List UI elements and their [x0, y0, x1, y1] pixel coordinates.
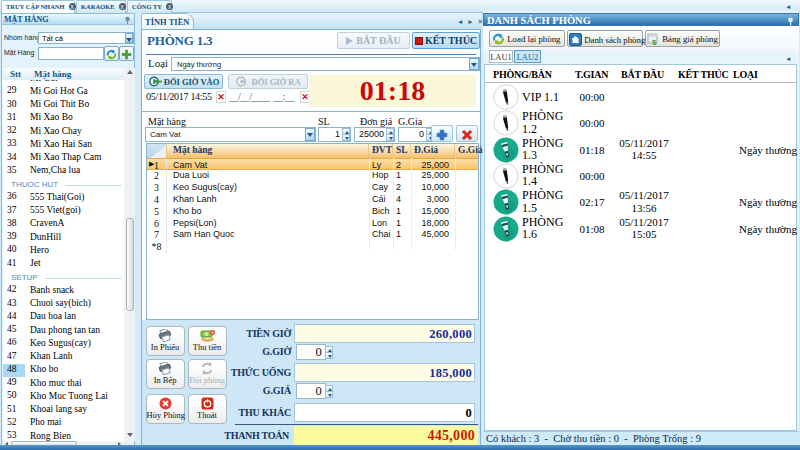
svg-text:$: $: [652, 38, 657, 46]
